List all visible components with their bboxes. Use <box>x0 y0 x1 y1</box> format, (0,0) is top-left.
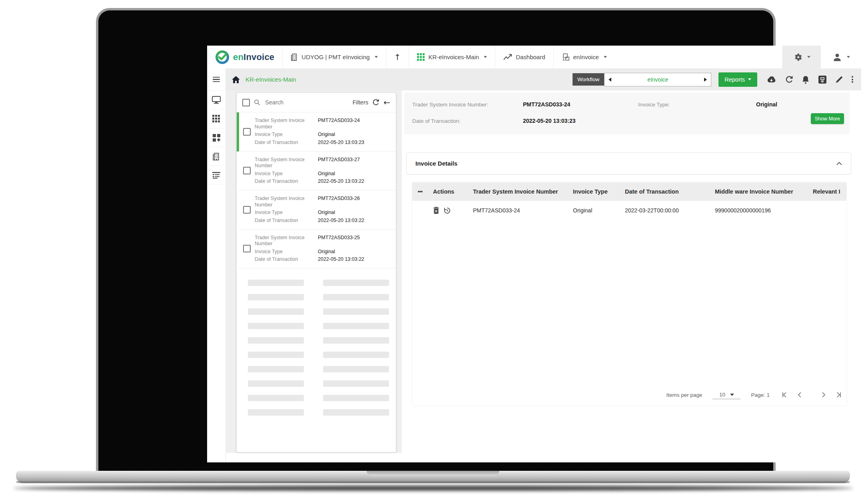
list-item[interactable]: Trader System Invoice Number PMT72ASD033… <box>237 190 396 230</box>
invoice-details-card-header: Invoice Details <box>406 152 851 174</box>
column-header[interactable]: Relevant I <box>808 188 846 195</box>
settings-menu[interactable] <box>782 46 821 68</box>
field-label: Date of Transaction <box>255 178 315 185</box>
skeleton-row <box>412 311 846 326</box>
first-page-icon <box>782 392 787 398</box>
rail-item-monitor[interactable] <box>207 91 225 110</box>
product-label: enInvoice <box>573 54 599 60</box>
more-options-button[interactable] <box>852 75 853 84</box>
page-nav <box>782 392 842 398</box>
edit-button[interactable] <box>835 76 843 84</box>
grid-icon <box>212 115 220 123</box>
rail-item-apps[interactable] <box>207 128 225 147</box>
rail-item-organization[interactable] <box>207 147 225 166</box>
row-checkbox[interactable] <box>243 206 251 214</box>
cloud-download-icon <box>766 76 777 84</box>
first-page-button[interactable] <box>782 392 787 398</box>
user-menu[interactable] <box>821 46 861 68</box>
skeleton-row <box>412 266 846 281</box>
cell-invoice-number: PMT72ASD033-24 <box>468 207 568 214</box>
save-layout-button[interactable] <box>818 75 827 84</box>
workflow-value[interactable]: eInvoice <box>611 76 704 83</box>
brand-logo[interactable]: enInvoice <box>207 46 283 68</box>
column-header[interactable]: Actions <box>428 188 468 195</box>
app-header: enInvoice UDYOG | PMT eInvoicing ↑ <box>207 46 861 69</box>
rail-item-modules[interactable] <box>207 110 225 128</box>
nav-workspace-switcher[interactable]: KR-eInvoices-Main <box>409 46 495 68</box>
export-button[interactable] <box>766 76 777 84</box>
breadcrumb[interactable]: KR-eInvoices-Main <box>245 76 296 83</box>
skeleton-row <box>248 409 396 416</box>
row-checkbox[interactable] <box>243 128 251 136</box>
summary-label: Trader System Invoice Number: <box>412 102 488 108</box>
org-label: UDYOG | PMT eInvoicing <box>301 54 369 60</box>
chevron-down-icon <box>807 56 810 58</box>
pagination: Items per page 10 Page: 1 <box>666 390 842 399</box>
row-checkbox[interactable] <box>243 167 251 174</box>
table-row[interactable]: PMT72ASD033-24 Original 2022-03-22T00:00… <box>412 201 846 220</box>
history-clock-icon <box>443 207 451 214</box>
list-item[interactable]: Trader System Invoice Number PMT72ASD033… <box>237 152 396 191</box>
skeleton-row <box>248 395 396 401</box>
laptop-screen-bezel: enInvoice UDYOG | PMT eInvoicing ↑ <box>96 8 776 471</box>
list-table-icon <box>212 172 221 179</box>
table-skeleton-area <box>412 220 846 372</box>
field-label: Invoice Type <box>255 249 315 255</box>
skeleton-row <box>412 342 846 357</box>
items-per-page-select[interactable]: 10 <box>712 390 740 399</box>
nav-org-switcher[interactable]: UDYOG | PMT eInvoicing <box>283 46 386 68</box>
laptop-base-edge <box>16 481 850 483</box>
notifications-button[interactable] <box>802 75 810 84</box>
column-header[interactable]: Trader System Invoice Number <box>468 188 568 195</box>
skeleton-row <box>248 323 396 329</box>
filters-button[interactable]: Filters <box>353 99 368 106</box>
skeleton-bar <box>323 366 389 372</box>
refresh-button[interactable] <box>785 76 793 84</box>
column-options-button[interactable] <box>412 190 428 194</box>
skeleton-bar <box>248 380 304 387</box>
list-refresh-button[interactable] <box>372 99 379 106</box>
workflow-prev-icon[interactable] <box>609 78 611 82</box>
field-value: Original <box>318 249 364 255</box>
rail-item-records[interactable] <box>207 166 225 185</box>
invoice-details-table: Actions Trader System Invoice Number Inv… <box>412 182 846 406</box>
nav-dashboard[interactable]: Dashboard <box>495 46 553 68</box>
collapse-panel-button[interactable]: ← <box>383 98 390 106</box>
dashboard-label: Dashboard <box>516 54 545 60</box>
collapse-section-button[interactable] <box>836 162 842 165</box>
skeleton-bar <box>248 366 304 372</box>
delete-button[interactable] <box>433 207 439 214</box>
skeleton-bar <box>248 352 304 358</box>
row-checkbox[interactable] <box>243 245 251 252</box>
column-header[interactable]: Invoice Type <box>568 188 620 195</box>
skeleton-row <box>412 250 846 266</box>
upload-shortcut[interactable]: ↑ <box>386 46 409 68</box>
show-more-button[interactable]: Show More <box>811 113 844 124</box>
skeleton-bar <box>323 323 389 329</box>
skeleton-bar <box>323 294 389 300</box>
column-header[interactable]: Middle ware Invoice Number <box>710 188 808 195</box>
skeleton-row <box>248 366 396 372</box>
skeleton-row <box>248 294 396 300</box>
reports-button[interactable]: Reports <box>718 72 757 87</box>
select-all-checkbox[interactable] <box>242 99 250 106</box>
workflow-next-icon[interactable] <box>704 78 707 82</box>
column-header[interactable]: Date of Transaction <box>620 188 710 195</box>
nav-product-switcher[interactable]: enInvoice <box>554 46 615 68</box>
list-item[interactable]: Trader System Invoice Number PMT72ASD033… <box>237 112 396 152</box>
skeleton-row <box>248 380 396 387</box>
next-page-button[interactable] <box>821 392 826 398</box>
menu-toggle[interactable] <box>207 68 225 91</box>
hamburger-icon <box>213 76 220 84</box>
cell-date: 2022-03-22T00:00:00 <box>620 207 710 214</box>
search-input[interactable] <box>264 99 349 106</box>
history-button[interactable] <box>443 207 451 214</box>
app-window: enInvoice UDYOG | PMT eInvoicing ↑ <box>207 46 861 462</box>
field-value: 2022-05-20 13:03:23 <box>318 140 364 146</box>
summary-label: Invoice Type: <box>638 102 670 108</box>
home-button[interactable] <box>232 76 240 83</box>
last-page-button[interactable] <box>836 392 842 398</box>
list-item[interactable]: Trader System Invoice Number PMT72ASD033… <box>237 230 396 269</box>
items-per-page-label: Items per page <box>666 392 702 398</box>
prev-page-button[interactable] <box>797 392 802 398</box>
